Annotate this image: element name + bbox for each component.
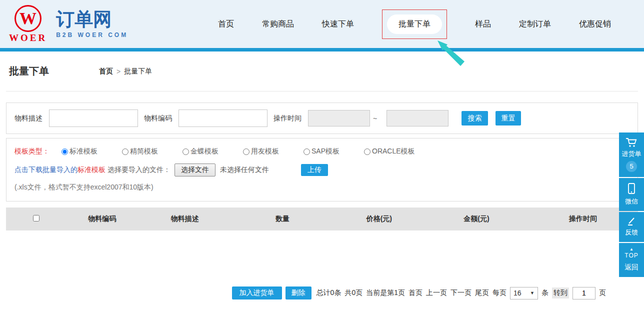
radio-sap-template[interactable]: SAP模板 [304, 147, 340, 156]
site-title: 订单网 [56, 10, 128, 30]
add-to-cart-button[interactable]: 加入进货单 [232, 286, 282, 300]
radio-sap-input[interactable] [304, 148, 310, 155]
goto-page-input[interactable] [572, 287, 596, 300]
radio-standard-template[interactable]: 标准模板 [62, 147, 98, 156]
site-subtitle: B2B WOER COM [56, 32, 128, 38]
nav-item-bulk-order-active[interactable]: 批量下单 [387, 14, 442, 34]
main-nav: 首页 常购商品 快速下单 批量下单 样品 定制订单 优惠促销 [218, 10, 644, 39]
phone-icon [619, 182, 644, 196]
unit-text: 条 [542, 288, 548, 298]
pencil-icon [619, 216, 644, 226]
cart-float-button[interactable]: 进货单 5 [619, 132, 644, 177]
nav-item-custom-order[interactable]: 定制订单 [519, 19, 551, 30]
radio-kingdee-template[interactable]: 金蝶模板 [182, 147, 218, 156]
total-pages-text: 共0页 [344, 288, 362, 298]
chevron-down-icon: ▼ [530, 290, 534, 296]
annotation-cursor-arrow-icon [434, 40, 470, 68]
search-button[interactable]: 搜索 [462, 111, 488, 126]
col-amount: 金额(元) [425, 214, 528, 224]
cart-icon [619, 137, 644, 148]
wechat-label: 微信 [619, 197, 644, 206]
breadcrumb-separator: > [116, 68, 120, 76]
col-price: 价格(元) [334, 214, 425, 224]
download-template-link[interactable]: 点击下载批量导入的 [14, 166, 78, 174]
logo[interactable]: W WOER 订单网 B2B WOER COM [9, 5, 128, 44]
top-label: TOP [619, 252, 644, 259]
order-table-header: 物料编码 物料描述 数量 价格(元) 金额(元) 操作时间 [6, 208, 638, 230]
per-page-select[interactable]: 16 ▼ [510, 287, 538, 300]
xls-format-note: (.xls文件，格式暂不支持excel2007和10版本) [14, 183, 630, 192]
page-title: 批量下单 [9, 64, 49, 78]
per-page-label: 每页 [492, 288, 506, 298]
radio-kingdee-input[interactable] [182, 148, 189, 155]
per-page-value: 16 [514, 289, 522, 297]
title-row: 批量下单 首页 > 批量下单 [6, 52, 638, 92]
goto-button[interactable]: 转到 [552, 288, 569, 298]
feedback-float-button[interactable]: 反馈 [619, 212, 644, 242]
col-material-code: 物料编码 [66, 214, 138, 224]
current-page-text: 当前是第1页 [366, 288, 405, 298]
radio-oracle-template[interactable]: ORACLE模板 [364, 147, 415, 156]
empty-table-body [0, 230, 644, 286]
material-code-input[interactable] [178, 110, 268, 127]
back-to-top-button[interactable]: ▲ TOP 返回 [619, 243, 644, 277]
date-to-input[interactable] [386, 110, 448, 126]
radio-yonyou-template[interactable]: 用友模板 [243, 147, 279, 156]
radio-oracle-input[interactable] [364, 148, 370, 155]
search-panel: 物料描述 物料编码 操作时间 ~ 搜索 重置 [6, 102, 638, 134]
import-file-row: 点击下载批量导入的 标准模板 选择要导入的文件： 选择文件 未选择任何文件 上传 [14, 164, 630, 176]
page-word: 页 [599, 288, 606, 298]
upload-button[interactable]: 上传 [301, 164, 328, 176]
annotation-red-box: 批量下单 [382, 10, 447, 39]
last-page-link[interactable]: 尾页 [475, 288, 489, 298]
breadcrumb: 首页 > 批量下单 [99, 67, 152, 76]
header-divider-bar [0, 48, 644, 52]
radio-simple-template[interactable]: 精简模板 [122, 147, 158, 156]
cart-count-badge: 5 [626, 161, 637, 172]
nav-item-frequent-goods[interactable]: 常购商品 [262, 19, 294, 30]
nav-item-promotions[interactable]: 优惠促销 [579, 19, 611, 30]
date-range-tilde: ~ [373, 114, 377, 122]
radio-standard-input[interactable] [62, 148, 68, 155]
header: W WOER 订单网 B2B WOER COM 首页 常购商品 快速下单 批量下… [0, 0, 644, 48]
standard-template-link[interactable]: 标准模板 [78, 166, 106, 174]
date-from-input[interactable] [308, 110, 370, 126]
breadcrumb-current: 批量下单 [124, 67, 152, 76]
operate-time-label: 操作时间 [274, 114, 302, 123]
total-count-text: 总计0条 [316, 288, 342, 298]
template-type-row: 模板类型： 标准模板 精简模板 金蝶模板 用友模板 SAP模板 ORACLE模板 [14, 147, 630, 156]
logo-brand: WOER [9, 32, 47, 44]
template-panel: 模板类型： 标准模板 精简模板 金蝶模板 用友模板 SAP模板 ORACLE模板… [6, 138, 638, 202]
no-file-text: 未选择任何文件 [220, 166, 269, 174]
radio-simple-input[interactable] [122, 148, 128, 155]
nav-item-home[interactable]: 首页 [218, 19, 234, 30]
col-material-desc: 物料描述 [138, 214, 232, 224]
nav-item-samples[interactable]: 样品 [475, 19, 491, 30]
back-label: 返回 [619, 263, 644, 272]
radio-yonyou-input[interactable] [243, 148, 250, 155]
material-desc-input[interactable] [49, 110, 138, 127]
pagination-bar: 加入进货单 删除 总计0条 共0页 当前是第1页 首页 上一页 下一页 尾页 每… [0, 286, 644, 300]
choose-file-button[interactable]: 选择文件 [174, 164, 216, 176]
col-quantity: 数量 [232, 214, 334, 224]
select-all-checkbox[interactable] [33, 215, 40, 222]
logo-badge: W WOER [9, 5, 47, 44]
triangle-up-icon: ▲ [619, 248, 644, 252]
logo-symbol: W [20, 9, 36, 28]
breadcrumb-home[interactable]: 首页 [99, 67, 113, 76]
nav-item-quick-order[interactable]: 快速下单 [322, 19, 354, 30]
site-name-block: 订单网 B2B WOER COM [56, 10, 128, 38]
cart-label: 进货单 [619, 150, 644, 158]
material-code-label: 物料编码 [144, 114, 172, 123]
delete-button[interactable]: 删除 [286, 286, 312, 300]
template-type-label: 模板类型： [14, 147, 50, 156]
prev-page-link[interactable]: 上一页 [426, 288, 447, 298]
first-page-link[interactable]: 首页 [408, 288, 422, 298]
choose-file-prompt: 选择要导入的文件： [108, 166, 170, 174]
next-page-link[interactable]: 下一页 [450, 288, 472, 298]
reset-button[interactable]: 重置 [496, 111, 521, 126]
material-desc-label: 物料描述 [14, 114, 42, 123]
wechat-float-button[interactable]: 微信 [619, 178, 644, 211]
floating-sidebar: 进货单 5 微信 反馈 ▲ TOP 返回 [619, 132, 644, 277]
select-all-cell [6, 215, 66, 223]
